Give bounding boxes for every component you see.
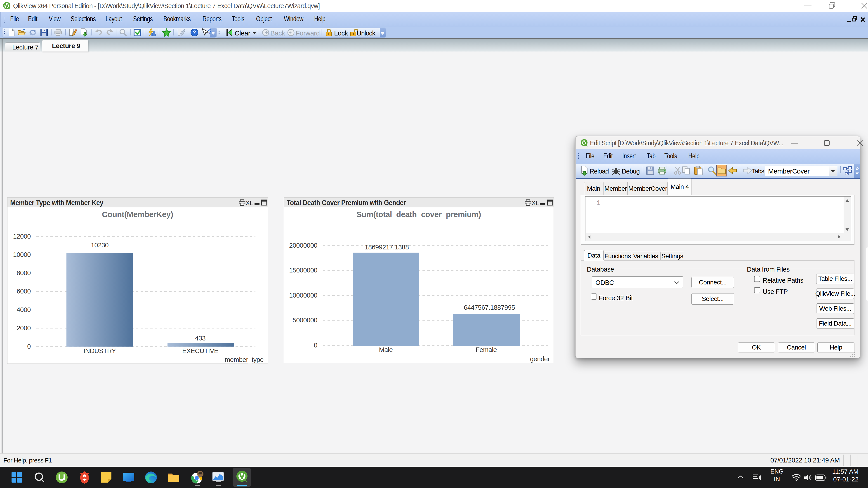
svg-text:?: ? [193, 29, 196, 35]
svg-text:?: ? [208, 28, 211, 35]
